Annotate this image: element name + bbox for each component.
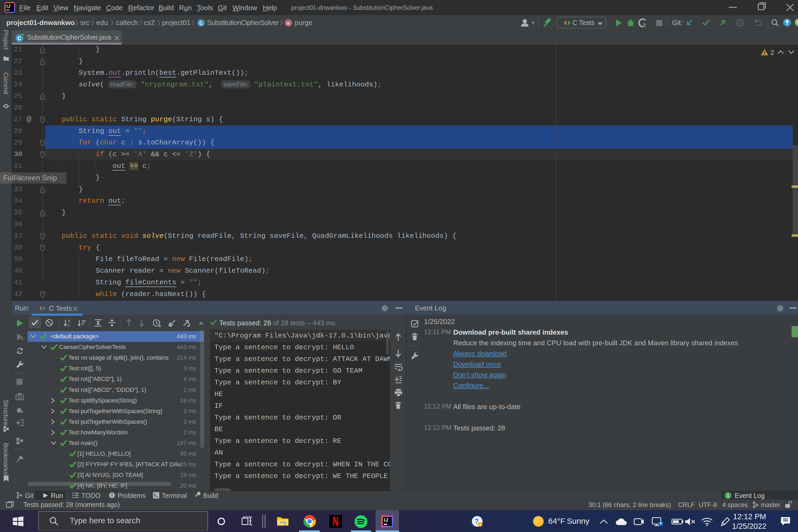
svg-text:C: C bbox=[17, 35, 21, 41]
svg-text:i: i bbox=[480, 522, 481, 527]
svg-text:z: z bbox=[68, 323, 70, 327]
svg-text:9: 9 bbox=[21, 337, 23, 341]
svg-text:a: a bbox=[68, 319, 70, 323]
svg-text:m: m bbox=[287, 20, 290, 26]
svg-text:C: C bbox=[199, 20, 203, 26]
